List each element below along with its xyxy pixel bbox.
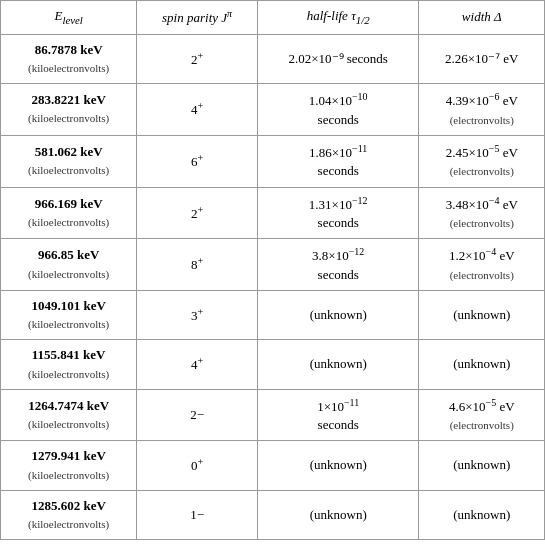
width-cell: (unknown) [419,441,545,490]
halflife-cell: 1.31×10−12seconds [257,187,419,239]
spin-cell: 0+ [137,441,258,490]
energy-cell: 1285.602 keV(kiloelectronvolts) [1,490,137,539]
width-cell: 2.45×10−5 eV(electronvolts) [419,135,545,187]
halflife-cell: 3.8×10−12seconds [257,239,419,291]
table-row: 1264.7474 keV(kiloelectronvolts)2−1×10−1… [1,389,545,441]
energy-cell: 1049.101 keV(kiloelectronvolts) [1,290,137,339]
halflife-cell: 2.02×10⁻⁹ seconds [257,34,419,83]
energy-levels-table: Elevel spin parity Jπ half-life τ1/2 wid… [0,0,545,540]
table-row: 1155.841 keV(kiloelectronvolts)4+(unknow… [1,340,545,389]
width-cell: 4.6×10−5 eV(electronvolts) [419,389,545,441]
width-cell: 1.2×10−4 eV(electronvolts) [419,239,545,291]
spin-cell: 2+ [137,187,258,239]
energy-cell: 283.8221 keV(kiloelectronvolts) [1,84,137,136]
spin-cell: 3+ [137,290,258,339]
col-header-halflife: half-life τ1/2 [257,1,419,35]
halflife-cell: 1×10−11seconds [257,389,419,441]
spin-cell: 8+ [137,239,258,291]
energy-cell: 966.85 keV(kiloelectronvolts) [1,239,137,291]
col-header-spin: spin parity Jπ [137,1,258,35]
halflife-cell: (unknown) [257,441,419,490]
energy-cell: 86.7878 keV(kiloelectronvolts) [1,34,137,83]
spin-cell: 6+ [137,135,258,187]
table-row: 1279.941 keV(kiloelectronvolts)0+(unknow… [1,441,545,490]
col-header-width: width Δ [419,1,545,35]
halflife-cell: 1.86×10−11seconds [257,135,419,187]
col-header-energy: Elevel [1,1,137,35]
energy-cell: 1264.7474 keV(kiloelectronvolts) [1,389,137,441]
width-cell: (unknown) [419,290,545,339]
width-cell: 3.48×10−4 eV(electronvolts) [419,187,545,239]
table-row: 581.062 keV(kiloelectronvolts)6+1.86×10−… [1,135,545,187]
halflife-cell: (unknown) [257,490,419,539]
width-cell: 2.26×10⁻⁷ eV [419,34,545,83]
table-row: 1049.101 keV(kiloelectronvolts)3+(unknow… [1,290,545,339]
width-cell: (unknown) [419,340,545,389]
energy-cell: 1155.841 keV(kiloelectronvolts) [1,340,137,389]
table-row: 283.8221 keV(kiloelectronvolts)4+1.04×10… [1,84,545,136]
width-cell: (unknown) [419,490,545,539]
spin-cell: 2+ [137,34,258,83]
table-row: 86.7878 keV(kiloelectronvolts)2+2.02×10⁻… [1,34,545,83]
spin-cell: 2− [137,389,258,441]
spin-cell: 4+ [137,340,258,389]
energy-cell: 966.169 keV(kiloelectronvolts) [1,187,137,239]
spin-cell: 4+ [137,84,258,136]
table-row: 1285.602 keV(kiloelectronvolts)1−(unknow… [1,490,545,539]
halflife-cell: 1.04×10−10seconds [257,84,419,136]
spin-cell: 1− [137,490,258,539]
halflife-cell: (unknown) [257,290,419,339]
energy-cell: 581.062 keV(kiloelectronvolts) [1,135,137,187]
halflife-cell: (unknown) [257,340,419,389]
table-row: 966.85 keV(kiloelectronvolts)8+3.8×10−12… [1,239,545,291]
width-cell: 4.39×10−6 eV(electronvolts) [419,84,545,136]
table-row: 966.169 keV(kiloelectronvolts)2+1.31×10−… [1,187,545,239]
energy-cell: 1279.941 keV(kiloelectronvolts) [1,441,137,490]
